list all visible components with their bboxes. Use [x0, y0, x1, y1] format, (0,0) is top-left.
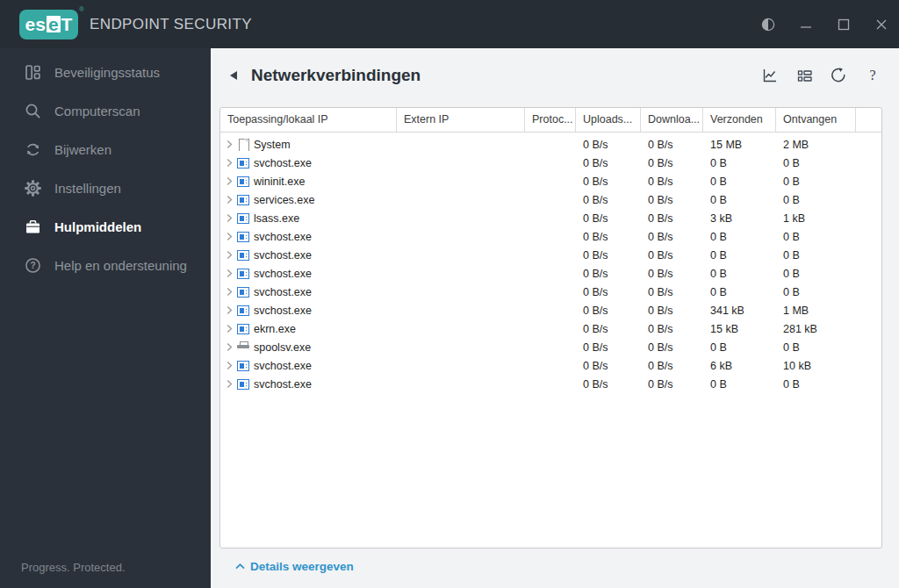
process-cell: svchost.exe [220, 157, 397, 169]
column-header-download-speed[interactable]: Downloa... [641, 108, 703, 132]
table-row[interactable]: svchost.exe 0 B/s 0 B/s 0 B 0 B [220, 227, 881, 246]
table-row[interactable]: svchost.exe 0 B/s 0 B/s 341 kB 1 MB [220, 301, 881, 319]
help-circle-icon: ? [25, 257, 41, 274]
table-row[interactable]: ekrn.exe 0 B/s 0 B/s 15 kB 281 kB [220, 319, 881, 338]
sidebar-item-label: Bijwerken [54, 142, 111, 157]
app-window-icon [237, 287, 249, 298]
upload-speed-cell: 0 B/s [576, 378, 641, 391]
table-row[interactable]: spoolsv.exe 0 B/s 0 B/s 0 B 0 B [220, 338, 881, 356]
process-name: services.exe [254, 194, 314, 206]
help-button[interactable]: ? [864, 67, 881, 84]
received-cell: 0 B [776, 268, 856, 280]
expand-chevron-icon[interactable] [227, 361, 233, 370]
logo-boxed-letter: e [47, 16, 61, 32]
connections-table: Toepassing/lokaal IP Extern IP Protoc...… [219, 107, 882, 549]
app-window-icon [237, 361, 249, 371]
received-cell: 1 MB [776, 305, 856, 317]
chevron-up-icon [235, 563, 245, 570]
line-chart-button[interactable] [761, 67, 779, 84]
sent-cell: 0 B [703, 378, 776, 391]
process-name: spoolsv.exe [254, 341, 311, 354]
app-window-icon [237, 324, 249, 334]
process-name: wininit.exe [254, 176, 305, 188]
back-button[interactable] [230, 69, 241, 82]
expand-chevron-icon[interactable] [227, 195, 233, 204]
table-row[interactable]: svchost.exe 0 B/s 0 B/s 0 B 0 B [220, 264, 881, 283]
sidebar: Beveiligingsstatus Computerscan Bijwerke… [0, 48, 211, 588]
download-speed-cell: 0 B/s [641, 157, 703, 169]
details-toggle[interactable]: Details weergeven [235, 560, 354, 573]
file-icon [237, 139, 249, 150]
expand-chevron-icon[interactable] [227, 305, 233, 315]
process-name: svchost.exe [254, 360, 312, 372]
process-cell: ekrn.exe [220, 323, 397, 335]
table-row[interactable]: wininit.exe 0 B/s 0 B/s 0 B 0 B [220, 172, 881, 190]
table-row[interactable]: services.exe 0 B/s 0 B/s 0 B 0 B [220, 190, 881, 209]
process-cell: svchost.exe [220, 360, 397, 372]
column-header-extern-ip[interactable]: Extern IP [397, 108, 525, 132]
process-cell: svchost.exe [220, 378, 397, 391]
expand-chevron-icon[interactable] [227, 250, 233, 260]
upload-speed-cell: 0 B/s [576, 323, 641, 335]
help-icon: ? [869, 68, 875, 83]
received-cell: 281 kB [776, 323, 856, 335]
process-name: System [254, 139, 291, 151]
expand-chevron-icon[interactable] [227, 287, 233, 297]
refresh-button[interactable] [830, 67, 847, 84]
table-row[interactable]: svchost.exe 0 B/s 0 B/s 6 kB 10 kB [220, 356, 881, 375]
table-row[interactable]: svchost.exe 0 B/s 0 B/s 0 B 0 B [220, 375, 881, 393]
minimize-button[interactable] [798, 17, 813, 32]
app-window-icon [237, 195, 249, 205]
download-speed-cell: 0 B/s [641, 286, 703, 298]
sent-cell: 3 kB [703, 212, 776, 225]
sidebar-item-help-en-ondersteuning[interactable]: ? Help en ondersteuning [0, 246, 211, 284]
process-cell: svchost.exe [220, 286, 397, 298]
table-row[interactable]: System 0 B/s 0 B/s 15 MB 2 MB [220, 135, 881, 154]
received-cell: 0 B [776, 286, 856, 298]
process-cell: System [220, 139, 397, 151]
expand-chevron-icon[interactable] [227, 176, 233, 186]
svg-text:?: ? [30, 261, 35, 270]
expand-chevron-icon[interactable] [227, 158, 233, 168]
table-row[interactable]: svchost.exe 0 B/s 0 B/s 0 B 0 B [220, 283, 881, 301]
process-cell: lsass.exe [220, 212, 397, 225]
expand-chevron-icon[interactable] [227, 232, 233, 241]
download-speed-cell: 0 B/s [641, 341, 703, 354]
received-cell: 0 B [776, 176, 856, 188]
column-header-received[interactable]: Ontvangen [776, 108, 856, 132]
sent-cell: 0 B [703, 176, 776, 188]
received-cell: 0 B [776, 249, 856, 262]
expand-chevron-icon[interactable] [227, 342, 233, 352]
column-header-application[interactable]: Toepassing/lokaal IP [220, 108, 397, 132]
table-row[interactable]: svchost.exe 0 B/s 0 B/s 0 B 0 B [220, 246, 881, 264]
received-cell: 0 B [776, 341, 856, 354]
download-speed-cell: 0 B/s [641, 305, 703, 317]
page-toolbar: ? [761, 48, 881, 103]
table-row[interactable]: svchost.exe 0 B/s 0 B/s 0 B 0 B [220, 154, 881, 172]
sidebar-item-label: Beveiligingsstatus [54, 65, 160, 80]
column-header-upload-speed[interactable]: Uploads... [576, 108, 641, 132]
contrast-toggle-button[interactable] [760, 17, 775, 32]
eset-logo: eseT ® [19, 10, 78, 39]
download-speed-cell: 0 B/s [641, 323, 703, 335]
table-row[interactable]: lsass.exe 0 B/s 0 B/s 3 kB 1 kB [220, 209, 881, 227]
sidebar-item-computerscan[interactable]: Computerscan [0, 91, 211, 130]
details-view-button[interactable] [795, 67, 813, 84]
sidebar-item-bijwerken[interactable]: Bijwerken [0, 130, 211, 169]
minimize-icon [800, 18, 812, 31]
maximize-button[interactable] [836, 17, 851, 32]
registered-mark: ® [79, 5, 84, 13]
received-cell: 2 MB [776, 139, 856, 151]
sidebar-item-instellingen[interactable]: Instellingen [0, 169, 211, 207]
received-cell: 0 B [776, 194, 856, 206]
column-header-sent[interactable]: Verzonden [703, 108, 776, 132]
column-header-protocol[interactable]: Protoc... [525, 108, 576, 132]
sidebar-item-beveiligingsstatus[interactable]: Beveiligingsstatus [0, 53, 211, 91]
expand-chevron-icon[interactable] [227, 324, 233, 333]
expand-chevron-icon[interactable] [227, 379, 233, 389]
sidebar-item-hulpmiddelen[interactable]: Hulpmiddelen [0, 207, 211, 246]
expand-chevron-icon[interactable] [227, 269, 233, 278]
expand-chevron-icon[interactable] [227, 140, 233, 149]
close-button[interactable] [874, 17, 888, 32]
expand-chevron-icon[interactable] [227, 213, 233, 223]
